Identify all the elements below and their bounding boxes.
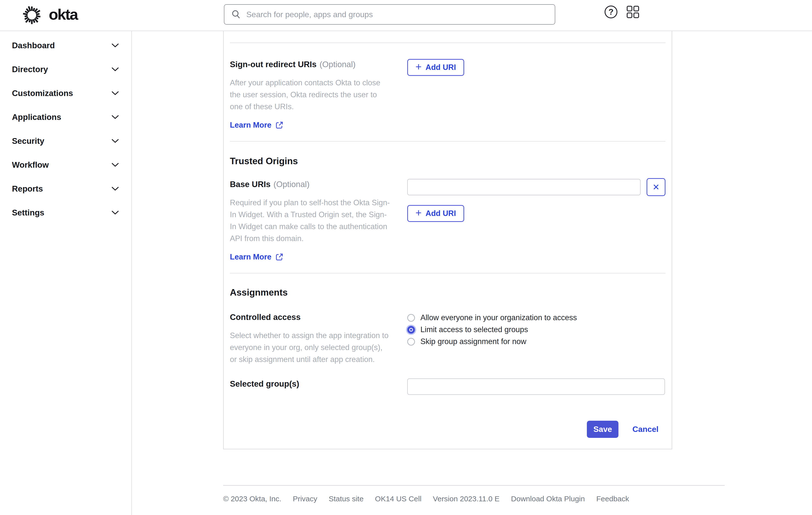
sidebar-item-workflow[interactable]: Workflow [0, 153, 132, 177]
sidebar-item-label: Reports [12, 184, 43, 194]
controlled-access-description: Select whether to assign the app integra… [230, 330, 390, 366]
app-header: okta ? [0, 0, 812, 31]
chevron-down-icon [112, 210, 119, 215]
remove-uri-button[interactable]: ✕ [646, 178, 665, 196]
chevron-down-icon [112, 43, 119, 48]
chevron-down-icon [112, 115, 119, 119]
search-input[interactable] [246, 10, 548, 19]
chevron-down-icon [112, 67, 119, 71]
sidebar-item-customizations[interactable]: Customizations [0, 81, 132, 105]
sidebar-nav: Dashboard Directory Customizations Appli… [0, 31, 132, 515]
signout-uris-description: After your application contacts Okta to … [230, 77, 390, 113]
base-uri-input[interactable] [407, 179, 641, 195]
radio-button[interactable] [407, 326, 415, 334]
assignments-heading: Assignments [230, 274, 665, 298]
search-icon [231, 10, 241, 19]
chevron-down-icon [112, 163, 119, 167]
sidebar-item-label: Workflow [12, 160, 49, 170]
footer-link-status-site[interactable]: Status site [329, 495, 364, 503]
trusted-origins-heading: Trusted Origins [230, 142, 665, 167]
sidebar-item-security[interactable]: Security [0, 129, 132, 153]
chevron-down-icon [112, 139, 119, 143]
help-button[interactable]: ? [604, 5, 618, 19]
save-button[interactable]: Save [587, 421, 618, 438]
selected-groups-input[interactable] [407, 378, 665, 395]
header-icon-group: ? [604, 5, 639, 19]
external-link-icon [276, 253, 283, 261]
radio-option-skip-assignment[interactable]: Skip group assignment for now [407, 336, 665, 348]
global-search [224, 4, 555, 25]
help-icon: ? [604, 5, 618, 19]
base-uris-description: Required if you plan to self-host the Ok… [230, 197, 390, 245]
cancel-button[interactable]: Cancel [632, 425, 659, 434]
sidebar-item-label: Settings [12, 208, 44, 218]
signout-learn-more-link[interactable]: Learn More [230, 121, 283, 130]
okta-logo[interactable]: okta [21, 4, 77, 26]
radio-button[interactable] [407, 338, 415, 346]
apps-grid-icon [627, 5, 639, 19]
sidebar-item-settings[interactable]: Settings [0, 201, 132, 225]
controlled-access-label: Controlled access [230, 312, 390, 323]
trusted-origins-add-uri-button[interactable]: + Add URI [407, 205, 464, 222]
okta-sunburst-icon [21, 4, 43, 26]
copyright-text: © 2023 Okta, Inc. [223, 495, 281, 503]
signout-uris-label: Sign-out redirect URIs(Optional) [230, 59, 390, 70]
assignments-section: Assignments Controlled access Select whe… [230, 274, 665, 438]
optional-tag: (Optional) [319, 60, 355, 69]
sidebar-item-directory[interactable]: Directory [0, 57, 132, 81]
app-settings-panel: Sign-out redirect URIs(Optional) After y… [223, 31, 672, 449]
radio-button[interactable] [407, 314, 415, 322]
plus-icon: + [415, 62, 422, 72]
footer-version-text: Version 2023.11.0 E [433, 495, 499, 503]
external-link-icon [276, 121, 283, 129]
trusted-origins-learn-more-link[interactable]: Learn More [230, 253, 283, 261]
signout-add-uri-button[interactable]: + Add URI [407, 59, 464, 76]
radio-option-allow-everyone[interactable]: Allow everyone in your organization to a… [407, 312, 665, 324]
footer-link-feedback[interactable]: Feedback [596, 495, 629, 503]
sidebar-item-dashboard[interactable]: Dashboard [0, 34, 132, 57]
base-uris-label: Base URIs(Optional) [230, 179, 390, 190]
page-footer: © 2023 Okta, Inc. Privacy Status site OK… [223, 485, 725, 503]
sidebar-item-applications[interactable]: Applications [0, 105, 132, 129]
sidebar-item-label: Customizations [12, 89, 73, 98]
controlled-access-options: Allow everyone in your organization to a… [407, 312, 665, 366]
close-icon: ✕ [652, 182, 660, 192]
plus-icon: + [415, 208, 422, 218]
chevron-down-icon [112, 187, 119, 191]
svg-text:?: ? [609, 7, 613, 17]
okta-wordmark: okta [49, 5, 77, 25]
footer-link-download-plugin[interactable]: Download Okta Plugin [511, 495, 585, 503]
form-actions: Save Cancel [230, 421, 665, 438]
radio-option-limit-access[interactable]: Limit access to selected groups [407, 324, 665, 336]
footer-cell-text: OK14 US Cell [375, 495, 422, 503]
sidebar-item-label: Dashboard [12, 41, 55, 50]
sidebar-item-label: Directory [12, 65, 48, 74]
footer-link-privacy[interactable]: Privacy [293, 495, 317, 503]
trusted-origins-section: Trusted Origins Base URIs(Optional) Requ… [230, 142, 665, 273]
signout-redirect-section: Sign-out redirect URIs(Optional) After y… [230, 43, 665, 141]
apps-grid-button[interactable] [627, 5, 639, 19]
optional-tag: (Optional) [273, 180, 310, 189]
sidebar-item-label: Security [12, 136, 44, 146]
selected-groups-label: Selected group(s) [230, 378, 390, 389]
sidebar-item-label: Applications [12, 112, 61, 122]
sidebar-item-reports[interactable]: Reports [0, 177, 132, 201]
chevron-down-icon [112, 91, 119, 95]
